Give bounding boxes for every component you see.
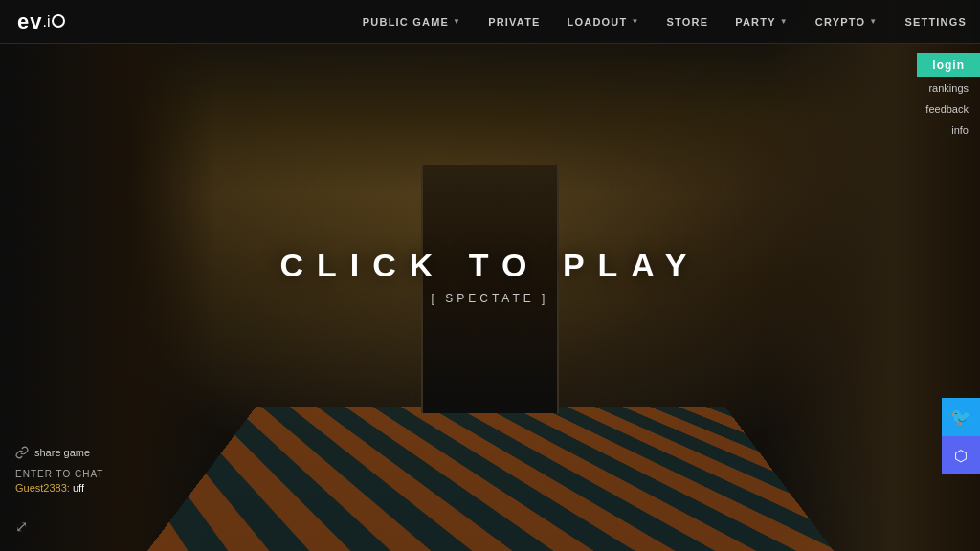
twitter-button[interactable]: 🐦 <box>942 398 980 436</box>
logo-io: i <box>47 13 51 31</box>
logo[interactable]: ev . i <box>17 10 65 34</box>
nav-arrow-party: ▼ <box>780 17 789 26</box>
discord-icon: ⬡ <box>954 447 968 465</box>
social-buttons: 🐦 ⬡ <box>942 398 980 474</box>
enter-to-chat-label: ENTER TO CHAT <box>15 469 103 479</box>
nav-item-private[interactable]: PRIVATE <box>475 0 553 43</box>
floor <box>147 407 834 551</box>
nav-item-public-game[interactable]: PUBLIC GAME ▼ <box>349 0 475 43</box>
logo-circle-icon <box>52 14 65 28</box>
right-panel: login rankings feedback info <box>914 53 980 141</box>
nav-arrow-public-game: ▼ <box>453 17 461 26</box>
expand-icon[interactable]: ⤢ <box>15 518 28 536</box>
share-game-button[interactable]: share game <box>15 446 103 459</box>
twitter-icon: 🐦 <box>950 407 971 428</box>
nav-item-settings[interactable]: SETTINGS <box>891 0 980 43</box>
info-link[interactable]: info <box>914 120 980 141</box>
nav-item-loadout[interactable]: LOADOUT ▼ <box>554 0 654 43</box>
spectate-button[interactable]: [ SPECTATE ] <box>280 292 701 305</box>
login-button[interactable]: login <box>917 53 980 77</box>
nav-item-party[interactable]: PARTY ▼ <box>722 0 802 43</box>
click-to-play[interactable]: CLICK TO PLAY <box>280 247 701 284</box>
nav-arrow-crypto: ▼ <box>869 17 878 26</box>
bottom-left-panel: share game ENTER TO CHAT Guest2383: uff <box>15 446 103 494</box>
nav-arrow-loadout: ▼ <box>631 17 639 26</box>
nav-items: PUBLIC GAME ▼ PRIVATE LOADOUT ▼ STORE PA… <box>349 0 980 43</box>
share-icon <box>15 446 29 459</box>
center-content: CLICK TO PLAY [ SPECTATE ] <box>280 247 701 305</box>
nav-item-store[interactable]: STORE <box>654 0 723 43</box>
navbar: ev . i PUBLIC GAME ▼ PRIVATE LOADOUT ▼ S… <box>0 0 980 44</box>
discord-button[interactable]: ⬡ <box>942 436 980 474</box>
nav-item-crypto[interactable]: CRYPTO ▼ <box>802 0 892 43</box>
share-game-label: share game <box>34 447 90 458</box>
feedback-link[interactable]: feedback <box>914 99 980 120</box>
chat-username: Guest2383: <box>15 482 73 494</box>
rankings-link[interactable]: rankings <box>914 77 980 99</box>
chat-text: uff <box>73 482 84 494</box>
chat-message: Guest2383: uff <box>15 482 103 494</box>
logo-text: ev <box>17 10 42 34</box>
